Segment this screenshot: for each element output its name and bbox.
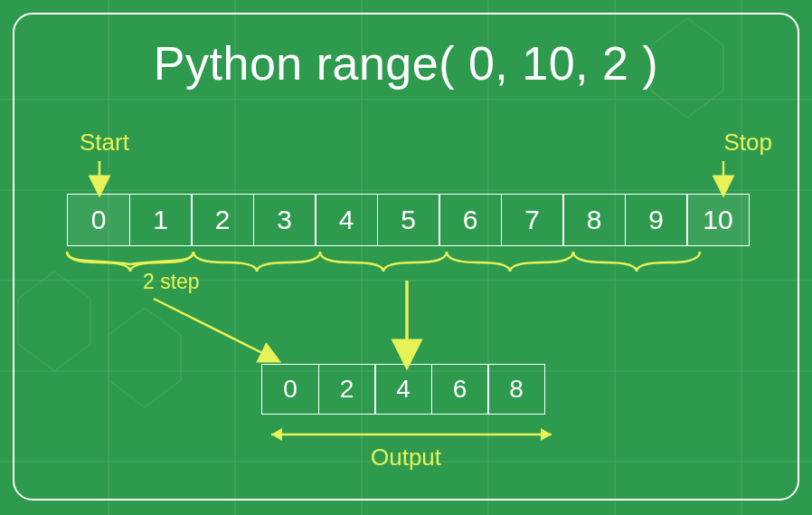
output-label: Output <box>0 443 812 472</box>
source-cell: 8 <box>562 194 626 246</box>
source-cell: 5 <box>377 194 440 246</box>
stop-label: Stop <box>724 129 773 157</box>
source-cell: 0 <box>67 194 130 246</box>
output-cell: 0 <box>261 364 319 415</box>
source-cell: 10 <box>686 194 750 246</box>
output-cell: 8 <box>487 364 545 415</box>
step-label: 2 step <box>143 270 200 294</box>
output-cell: 6 <box>431 364 489 415</box>
source-cell: 1 <box>129 194 193 246</box>
output-cell: 4 <box>374 364 432 415</box>
source-cell: 7 <box>501 194 564 246</box>
output-cell: 2 <box>318 364 376 415</box>
source-cell: 9 <box>625 194 688 246</box>
source-array: 012345678910 <box>67 194 750 246</box>
output-array: 02468 <box>261 364 545 415</box>
source-cell: 3 <box>253 194 316 246</box>
diagram-title: Python range( 0, 10, 2 ) <box>0 36 812 91</box>
source-cell: 4 <box>315 194 378 246</box>
source-cell: 6 <box>439 194 502 246</box>
source-cell: 2 <box>191 194 254 246</box>
start-label: Start <box>80 129 129 157</box>
